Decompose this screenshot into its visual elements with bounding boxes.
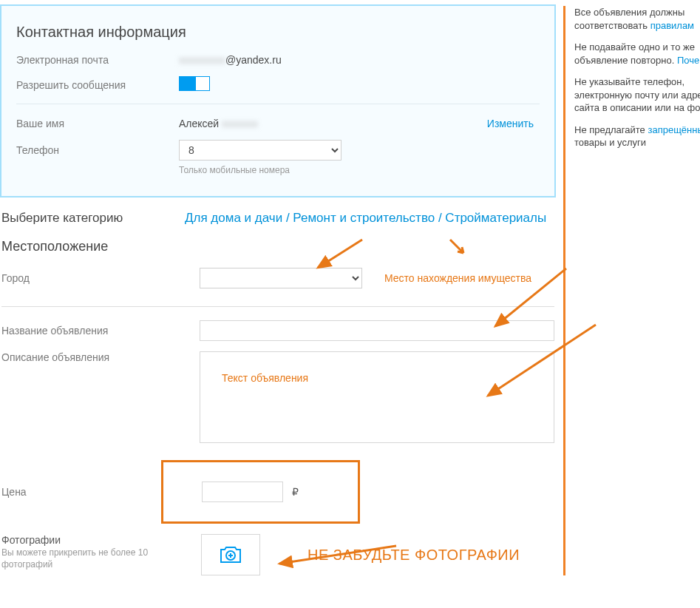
contact-info-panel: Контактная информация Электронная почта … (0, 4, 556, 197)
location-annotation: Место нахождения имущества (384, 272, 531, 284)
city-label: Город (1, 272, 200, 284)
rules-sidebar: Все объявления должны соответствовать пр… (563, 6, 700, 575)
contact-title: Контактная информация (16, 24, 540, 41)
price-highlight-frame: ₽ (161, 460, 360, 524)
photos-label: Фотографии (1, 534, 201, 546)
allow-messages-toggle[interactable] (179, 76, 210, 91)
rule-item: Не предлагайте запрещённые товары и услу… (574, 124, 700, 149)
ad-desc-label: Описание объявления (1, 351, 200, 363)
email-label: Электронная почта (16, 54, 179, 66)
rule-item: Не подавайте одно и то же объявление пов… (574, 41, 700, 67)
divider (16, 104, 540, 104)
name-label: Ваше имя (16, 118, 179, 129)
name-value: Алексей xxxxxxx (179, 118, 487, 129)
city-select[interactable] (200, 268, 362, 288)
ruble-symbol: ₽ (292, 486, 299, 498)
phone-label: Телефон (16, 144, 179, 156)
category-breadcrumb[interactable]: Для дома и дачи / Ремонт и строительство… (185, 211, 546, 226)
category-label: Выберите категорию (1, 211, 185, 226)
camera-plus-icon (218, 544, 243, 565)
price-input[interactable] (202, 482, 283, 502)
phone-hint: Только мобильные номера (179, 165, 540, 175)
add-photo-button[interactable] (201, 534, 260, 575)
why-link[interactable]: Почему? (677, 55, 700, 66)
photos-annotation: НЕ ЗАБУДЬТЕ ФОТОГРАФИИ (307, 547, 520, 564)
location-title: Местоположение (1, 239, 554, 254)
forbidden-link[interactable]: запрещённые (648, 124, 700, 135)
divider (1, 306, 554, 307)
rules-link[interactable]: правилам (650, 20, 694, 31)
phone-select[interactable]: 8 (179, 140, 341, 161)
rule-item: Не указывайте телефон, электронную почту… (574, 75, 700, 115)
email-value: xxxxxxxxx@yandex.ru (179, 54, 540, 66)
rule-item: Все объявления должны соответствовать пр… (574, 6, 700, 32)
ad-title-input[interactable] (200, 320, 554, 341)
allow-messages-label: Разрешить сообщения (16, 79, 179, 91)
change-name-link[interactable]: Изменить (487, 118, 534, 129)
ad-desc-textarea[interactable] (200, 351, 554, 443)
desc-annotation: Текст объявления (222, 372, 308, 384)
photos-hint: Вы можете прикрепить не более 10 фотогра… (1, 547, 201, 570)
ad-title-label: Название объявления (1, 325, 200, 337)
